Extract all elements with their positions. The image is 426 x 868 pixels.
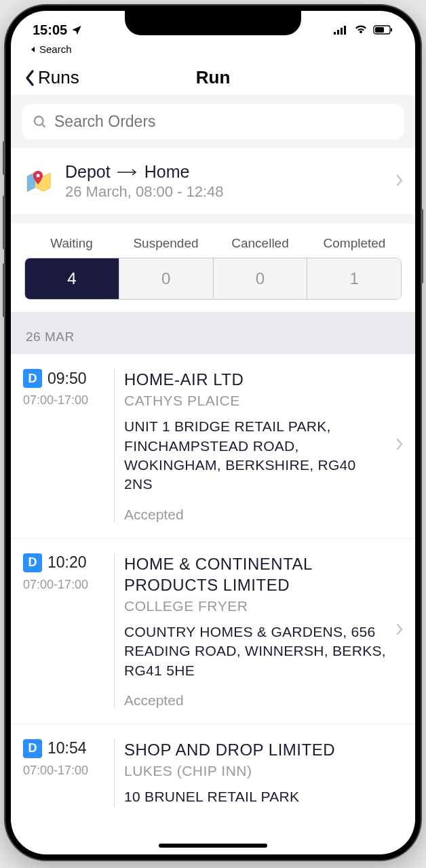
order-address: 10 BRUNEL RETAIL PARK	[124, 787, 403, 806]
svg-rect-3	[344, 26, 346, 35]
order-subtitle: LUKES (CHIP INN)	[124, 763, 403, 779]
tab-label-cancelled: Cancelled	[213, 236, 307, 251]
search-icon	[33, 115, 47, 130]
back-app-label: Search	[39, 43, 72, 55]
order-time: 10:54	[47, 739, 87, 757]
order-window: 07:00-17:00	[23, 393, 88, 408]
arrow-right-icon	[117, 169, 138, 176]
order-time: 10:20	[47, 553, 87, 572]
svg-rect-5	[375, 27, 384, 33]
back-triangle-icon	[30, 46, 37, 53]
svg-rect-6	[391, 28, 392, 32]
status-tabs: Waiting Suspended Cancelled Completed 4 …	[11, 224, 415, 312]
route-card[interactable]: Depot Home 26 March, 08:00 - 12:48	[11, 149, 415, 214]
search-input[interactable]	[54, 113, 393, 131]
route-subtitle: 26 March, 08:00 - 12:48	[65, 183, 384, 201]
svg-line-8	[42, 123, 45, 127]
tab-suspended[interactable]: 0	[119, 258, 214, 299]
chevron-right-icon	[396, 174, 403, 186]
status-time: 15:05	[33, 22, 67, 38]
phone-frame: 15:05 Search Runs Run	[5, 5, 421, 860]
chevron-right-icon	[396, 438, 403, 450]
order-address: UNIT 1 BRIDGE RETAIL PARK, FINCHAMPSTEAD…	[124, 417, 387, 494]
order-title: SHOP AND DROP LIMITED	[124, 739, 403, 760]
delivery-badge: D	[23, 739, 42, 758]
nav-back-button[interactable]: Runs	[24, 67, 79, 88]
svg-rect-0	[334, 32, 336, 35]
delivery-badge: D	[23, 369, 42, 388]
order-window: 07:00-17:00	[23, 764, 88, 778]
tab-waiting[interactable]: 4	[25, 258, 119, 299]
nav-back-label: Runs	[38, 67, 79, 88]
home-indicator[interactable]	[159, 844, 267, 848]
order-item[interactable]: D 09:50 07:00-17:00 HOME-AIR LTD CATHYS …	[11, 354, 415, 538]
wifi-icon	[354, 25, 368, 35]
tab-cancelled[interactable]: 0	[214, 258, 308, 299]
tab-label-waiting: Waiting	[24, 236, 119, 251]
route-from: Depot	[65, 162, 111, 182]
order-item[interactable]: D 10:20 07:00-17:00 HOME & CONTINENTAL P…	[11, 538, 415, 724]
signal-icon	[334, 25, 349, 35]
svg-rect-1	[337, 30, 339, 35]
map-pin-icon	[23, 167, 53, 197]
nav-bar: Runs Run	[11, 60, 415, 95]
order-time: 09:50	[47, 370, 87, 388]
svg-rect-2	[341, 28, 343, 35]
order-status: Accepted	[124, 692, 387, 709]
svg-point-7	[35, 116, 43, 125]
location-arrow-icon	[71, 24, 82, 35]
date-header: 26 MAR	[11, 312, 415, 354]
order-subtitle: CATHYS PLAICE	[124, 393, 387, 409]
back-to-app[interactable]: Search	[11, 43, 415, 60]
battery-icon	[373, 25, 393, 35]
order-status: Accepted	[124, 507, 387, 523]
tab-completed[interactable]: 1	[307, 258, 401, 299]
tab-label-suspended: Suspended	[119, 236, 213, 251]
route-to: Home	[144, 162, 190, 182]
notch	[125, 11, 301, 35]
tab-label-completed: Completed	[307, 236, 402, 251]
order-title: HOME-AIR LTD	[124, 369, 387, 390]
order-subtitle: COLLEGE FRYER	[124, 598, 387, 614]
order-item[interactable]: D 10:54 07:00-17:00 SHOP AND DROP LIMITE…	[11, 724, 415, 822]
svg-point-9	[37, 174, 40, 177]
chevron-left-icon	[24, 69, 35, 87]
order-address: COUNTRY HOMES & GARDENS, 656 READING ROA…	[124, 623, 387, 680]
page-title: Run	[196, 67, 231, 88]
chevron-right-icon	[396, 623, 403, 635]
order-title: HOME & CONTINENTAL PRODUCTS LIMITED	[124, 553, 387, 595]
order-window: 07:00-17:00	[23, 578, 88, 592]
search-field[interactable]	[22, 104, 404, 139]
delivery-badge: D	[23, 553, 42, 572]
